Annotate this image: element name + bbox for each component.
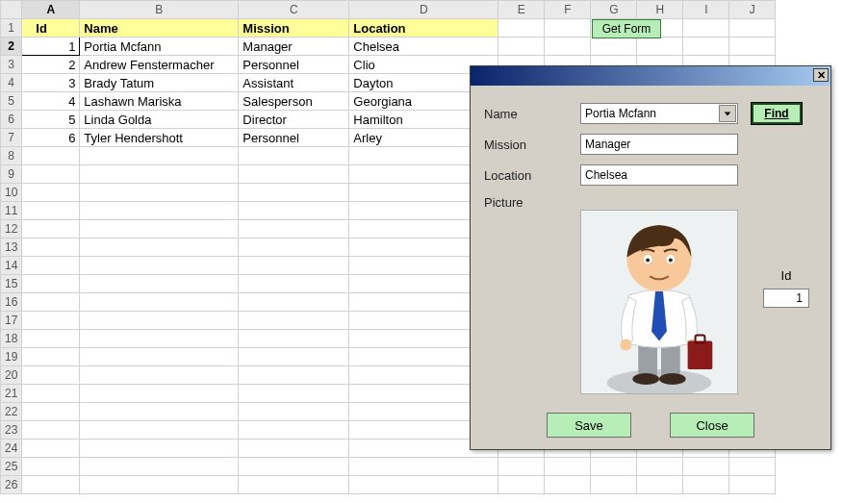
row-header[interactable]: 15 — [1, 275, 22, 293]
cell[interactable] — [349, 476, 498, 494]
cell[interactable] — [22, 330, 80, 348]
cell[interactable] — [80, 403, 239, 421]
cell[interactable] — [591, 458, 637, 476]
cell[interactable] — [239, 366, 349, 385]
cell[interactable]: 3 — [22, 74, 80, 92]
cell[interactable] — [239, 348, 349, 366]
cell[interactable] — [683, 458, 729, 476]
row-header[interactable]: 20 — [1, 366, 22, 385]
cell[interactable] — [239, 275, 349, 293]
cell[interactable] — [22, 165, 80, 184]
cell[interactable] — [80, 275, 239, 293]
cell[interactable] — [80, 348, 239, 366]
save-button[interactable]: Save — [547, 413, 631, 438]
cell[interactable] — [80, 239, 239, 257]
cell[interactable] — [683, 38, 729, 56]
cell[interactable] — [239, 257, 349, 275]
cell[interactable]: Personnel — [239, 129, 349, 147]
cell[interactable] — [22, 348, 80, 366]
row-header[interactable]: 9 — [1, 165, 22, 184]
row-header[interactable]: 19 — [1, 348, 22, 366]
col-header-D[interactable]: D — [349, 1, 498, 19]
cell[interactable] — [22, 458, 80, 476]
cell[interactable] — [80, 312, 239, 330]
row-header[interactable]: 18 — [1, 330, 22, 348]
cell[interactable]: Location — [349, 19, 498, 38]
cell[interactable] — [22, 403, 80, 421]
cell[interactable]: Assistant — [239, 74, 349, 92]
cell[interactable]: 4 — [22, 92, 80, 111]
cell[interactable]: Name — [80, 19, 239, 38]
cell[interactable] — [22, 293, 80, 312]
row-header[interactable]: 22 — [1, 403, 22, 421]
cell[interactable]: Personnel — [239, 56, 349, 74]
cell[interactable] — [22, 476, 80, 494]
cell[interactable] — [729, 19, 776, 38]
row-header[interactable]: 3 — [1, 56, 22, 74]
row-header[interactable]: 4 — [1, 74, 22, 92]
cell[interactable] — [239, 458, 349, 476]
row-header[interactable]: 10 — [1, 184, 22, 202]
cell[interactable] — [683, 19, 729, 38]
close-icon[interactable]: ✕ — [813, 68, 829, 82]
cell[interactable] — [80, 440, 239, 458]
cell[interactable] — [239, 476, 349, 494]
cell[interactable]: Portia Mcfann — [80, 38, 239, 56]
find-button[interactable]: Find — [752, 103, 802, 124]
cell[interactable]: 2 — [22, 56, 80, 74]
cell[interactable] — [239, 385, 349, 403]
row-header[interactable]: 21 — [1, 385, 22, 403]
cell[interactable] — [80, 147, 239, 165]
id-field[interactable]: 1 — [763, 289, 809, 308]
chevron-down-icon[interactable] — [719, 105, 736, 122]
cell[interactable] — [729, 458, 776, 476]
row-header[interactable]: 25 — [1, 458, 22, 476]
mission-field[interactable]: Manager — [580, 134, 738, 155]
corner-cell[interactable] — [1, 1, 22, 19]
cell[interactable] — [22, 257, 80, 275]
col-header-J[interactable]: J — [729, 1, 776, 19]
cell[interactable] — [22, 147, 80, 165]
cell[interactable] — [239, 165, 349, 184]
cell[interactable]: Id — [22, 19, 80, 38]
row-header[interactable]: 7 — [1, 129, 22, 147]
row-header[interactable]: 2 — [1, 38, 22, 56]
cell[interactable] — [239, 440, 349, 458]
cell[interactable] — [80, 257, 239, 275]
cell[interactable] — [22, 202, 80, 220]
cell[interactable] — [80, 220, 239, 239]
cell[interactable]: Salesperson — [239, 92, 349, 111]
cell[interactable] — [22, 239, 80, 257]
cell[interactable] — [22, 440, 80, 458]
cell[interactable] — [22, 421, 80, 440]
cell[interactable] — [637, 476, 683, 494]
row-header[interactable]: 13 — [1, 239, 22, 257]
cell[interactable] — [22, 385, 80, 403]
row-header[interactable]: 5 — [1, 92, 22, 111]
cell[interactable] — [683, 476, 729, 494]
col-header-G[interactable]: G — [591, 1, 637, 19]
row-header[interactable]: 11 — [1, 202, 22, 220]
cell[interactable]: Brady Tatum — [80, 74, 239, 92]
col-header-I[interactable]: I — [683, 1, 729, 19]
cell[interactable]: 5 — [22, 111, 80, 129]
cell[interactable]: 6 — [22, 129, 80, 147]
row-header[interactable]: 24 — [1, 440, 22, 458]
cell[interactable] — [239, 330, 349, 348]
cell[interactable] — [729, 38, 776, 56]
cell[interactable] — [22, 184, 80, 202]
cell[interactable] — [239, 202, 349, 220]
col-header-C[interactable]: C — [239, 1, 349, 19]
cell[interactable]: Tyler Hendershott — [80, 129, 239, 147]
cell[interactable] — [239, 147, 349, 165]
cell[interactable] — [545, 476, 591, 494]
cell[interactable] — [80, 165, 239, 184]
close-button[interactable]: Close — [670, 413, 754, 438]
cell[interactable] — [80, 385, 239, 403]
cell[interactable] — [498, 19, 545, 38]
cell[interactable] — [80, 184, 239, 202]
row-header[interactable]: 16 — [1, 293, 22, 312]
cell[interactable]: Manager — [239, 38, 349, 56]
cell[interactable] — [498, 38, 545, 56]
cell[interactable] — [498, 476, 545, 494]
